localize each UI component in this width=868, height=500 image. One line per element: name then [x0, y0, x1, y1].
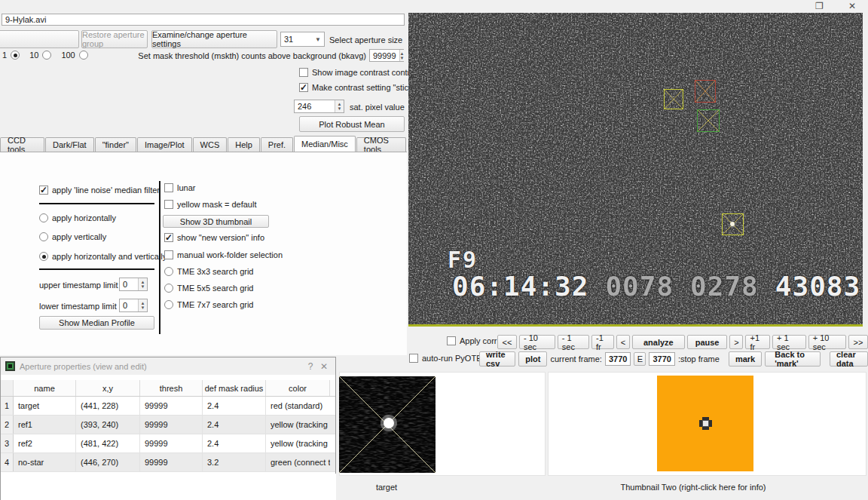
col-color[interactable]: color — [266, 380, 330, 396]
fwd-10s-button[interactable]: + 10 sec — [808, 335, 846, 349]
manual-folder-checkbox[interactable] — [164, 250, 173, 259]
auto-run-pyote-checkbox[interactable] — [409, 354, 418, 363]
cell-color[interactable]: yellow (tracking ... — [266, 416, 330, 434]
back-to-mark-button[interactable]: Back to 'mark' — [765, 351, 821, 367]
fwd-1s-button[interactable]: + 1 sec — [772, 335, 806, 349]
spinner-arrows-icon[interactable]: ▲▼ — [399, 50, 405, 61]
col-thresh[interactable]: thresh — [140, 380, 203, 396]
step-fwd-button[interactable]: > — [729, 335, 743, 349]
radio-100[interactable] — [79, 51, 88, 60]
col-name[interactable]: name — [14, 380, 76, 396]
sticky-contrast-checkbox[interactable] — [299, 83, 308, 92]
aperture-green[interactable] — [697, 109, 720, 132]
thumbnail-two[interactable] — [657, 376, 753, 471]
seek-start-button[interactable]: << — [497, 335, 517, 349]
tab-pref[interactable]: Pref. — [261, 137, 293, 152]
close-icon[interactable]: ✕ — [848, 1, 856, 11]
spinner-arrows-icon[interactable]: ▲▼ — [138, 299, 147, 311]
cell-name[interactable]: target — [14, 397, 76, 415]
cell-xy[interactable]: (393, 240) — [76, 416, 140, 434]
lower-timestamp-spinbox[interactable]: 0 ▲▼ — [119, 299, 148, 312]
cell-radius[interactable]: 3.2 — [203, 453, 266, 471]
radio-10[interactable] — [42, 51, 51, 60]
lunar-checkbox[interactable] — [164, 183, 173, 192]
tab-ccd-tools[interactable]: CCD tools — [0, 137, 44, 152]
show-contrast-checkbox[interactable] — [299, 68, 308, 77]
new-version-checkbox[interactable] — [164, 233, 173, 242]
col-radius[interactable]: def mask radius — [203, 380, 266, 396]
current-frame-input[interactable]: 3770 — [605, 352, 631, 366]
cell-thresh[interactable]: 99999 — [140, 416, 203, 434]
table-row[interactable]: 1 target (441, 228) 99999 2.4 red (stand… — [1, 397, 335, 416]
apply-corr-checkbox[interactable] — [447, 336, 456, 345]
aperture-red-target[interactable] — [695, 80, 716, 103]
cell-color[interactable]: green (connect t... — [266, 453, 330, 471]
cell-name[interactable]: ref2 — [14, 434, 76, 452]
cell-color[interactable]: yellow (tracking ... — [266, 434, 330, 452]
back-1s-button[interactable]: - 1 sec — [558, 335, 589, 349]
tab-cmos-tools[interactable]: CMOS tools — [356, 137, 406, 152]
cell-xy[interactable]: (481, 422) — [76, 434, 140, 452]
yellow-mask-checkbox[interactable] — [164, 200, 173, 209]
cell-radius[interactable]: 2.4 — [203, 416, 266, 434]
plot-robust-mean-button[interactable]: Plot Robust Mean — [299, 116, 405, 132]
tab-help[interactable]: Help — [228, 137, 260, 152]
aperture-yellow-2[interactable] — [722, 213, 744, 235]
dialog-titlebar[interactable]: Aperture properties (view and edit) ? ✕ — [1, 357, 335, 375]
back-10s-button[interactable]: - 10 sec — [519, 335, 555, 349]
aperture-yellow-1[interactable] — [664, 89, 683, 109]
tab-wcs[interactable]: WCS — [193, 137, 228, 152]
dialog-help-button[interactable]: ? — [304, 361, 317, 372]
fwd-1fr-button[interactable]: +1 fr — [745, 335, 769, 349]
spinner-arrows-icon[interactable]: ▲▼ — [335, 100, 344, 112]
aperture-size-select[interactable]: 31 ▼ — [280, 32, 325, 47]
dialog-close-icon[interactable]: ✕ — [317, 361, 331, 372]
cell-thresh[interactable]: 99999 — [140, 453, 203, 471]
cell-thresh[interactable]: 99999 — [140, 397, 203, 415]
cell-radius[interactable]: 2.4 — [203, 434, 266, 452]
seek-end-button[interactable]: >> — [848, 335, 868, 349]
cell-thresh[interactable]: 99999 — [140, 434, 203, 452]
tab-finder[interactable]: "finder" — [95, 137, 136, 152]
apply-horizontal-radio[interactable] — [39, 213, 48, 222]
upper-timestamp-spinbox[interactable]: 0 ▲▼ — [119, 278, 148, 291]
spinner-arrows-icon[interactable]: ▲▼ — [138, 278, 147, 290]
plot-button[interactable]: plot — [518, 351, 547, 367]
table-row[interactable]: 3 ref2 (481, 422) 99999 2.4 yellow (trac… — [1, 434, 335, 453]
table-row[interactable]: 4 no-star (446, 270) 99999 3.2 green (co… — [1, 453, 335, 472]
apply-both-radio[interactable] — [39, 252, 48, 261]
tme3-radio[interactable] — [164, 267, 173, 276]
target-thumbnail[interactable] — [339, 376, 436, 473]
tab-image-plot[interactable]: Image/Plot — [137, 137, 192, 152]
radio-1[interactable] — [11, 51, 20, 60]
cropped-button[interactable] — [0, 30, 79, 48]
back-1fr-button[interactable]: -1 fr — [591, 335, 614, 349]
sat-pixel-spinbox[interactable]: 246 ▲▼ — [294, 100, 344, 113]
tab-dark-flat[interactable]: Dark/Flat — [45, 137, 94, 152]
tme7-radio[interactable] — [164, 300, 173, 309]
restore-aperture-group-button[interactable]: Restore aperture group — [81, 30, 148, 48]
apply-vertical-radio[interactable] — [39, 232, 48, 241]
cell-xy[interactable]: (441, 228) — [76, 397, 140, 415]
mask-threshold-spinbox[interactable]: 99999 ▲▼ — [369, 49, 404, 62]
stop-frame-input[interactable]: 3770 — [649, 352, 674, 366]
line-noise-checkbox[interactable] — [39, 186, 48, 195]
video-frame-view[interactable]: F9 06:14:32 0078 0278 43083 — [408, 13, 863, 327]
e-button[interactable]: E — [634, 352, 646, 366]
cell-color[interactable]: red (standard) — [266, 397, 330, 415]
maximize-icon[interactable]: ❐ — [815, 1, 824, 11]
analyze-button[interactable]: analyze — [632, 335, 685, 349]
mark-button[interactable]: mark — [729, 351, 762, 367]
cell-name[interactable]: ref1 — [14, 416, 76, 434]
cell-name[interactable]: no-star — [14, 453, 76, 471]
tme5-radio[interactable] — [164, 284, 173, 293]
step-back-button[interactable]: < — [616, 335, 630, 349]
table-row[interactable]: 2 ref1 (393, 240) 99999 2.4 yellow (trac… — [1, 416, 335, 434]
cell-xy[interactable]: (446, 270) — [76, 453, 140, 471]
show-3d-thumbnail-button[interactable]: Show 3D thumbnail — [163, 215, 269, 228]
show-median-profile-button[interactable]: Show Median Profile — [39, 316, 154, 330]
filename-field[interactable]: 9-Hylak.avi — [2, 14, 405, 26]
examine-aperture-settings-button[interactable]: Examine/change aperture settings — [151, 30, 277, 48]
tab-median-misc[interactable]: Median/Misc — [294, 136, 356, 152]
col-xy[interactable]: x,y — [76, 380, 140, 396]
